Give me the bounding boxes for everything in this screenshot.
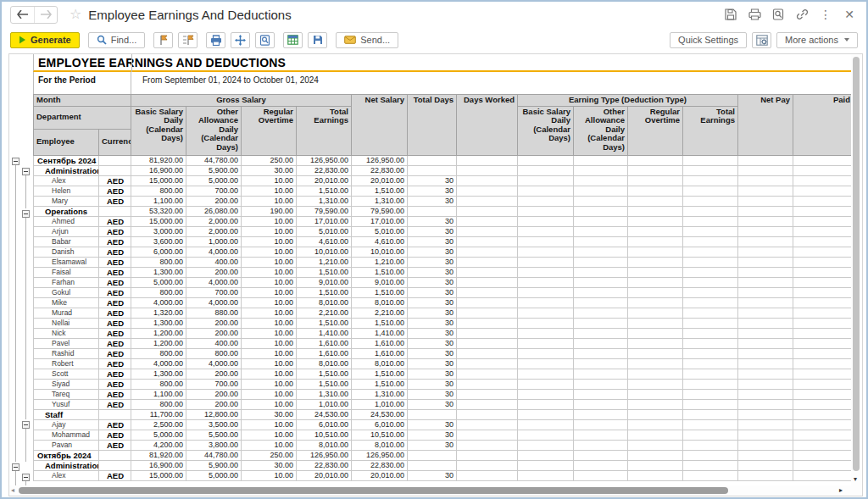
cell-value[interactable]: 16,900.00 <box>131 460 186 470</box>
print-preview-icon[interactable] <box>771 8 785 21</box>
cell-empty[interactable] <box>738 379 793 389</box>
cell-value[interactable]: 30 <box>408 175 457 186</box>
col-header-net-salary[interactable]: Net Salary <box>352 95 408 156</box>
cell-value[interactable]: 200.00 <box>186 399 242 409</box>
scroll-left-marker-icon[interactable]: ◂ <box>11 487 14 494</box>
cell-empty[interactable] <box>574 460 628 470</box>
cell-empty[interactable] <box>628 267 683 277</box>
cell-empty[interactable] <box>738 277 793 287</box>
cell-value[interactable]: 10.00 <box>242 287 297 297</box>
cell-name[interactable]: Nick <box>34 328 99 338</box>
col-header-sub-0[interactable]: Basic Salary Daily (Calendar Days) <box>131 106 186 155</box>
cell-empty[interactable] <box>518 287 574 297</box>
cell-name[interactable]: Siyad <box>34 379 99 389</box>
cell-value[interactable]: 1,100.00 <box>131 196 186 206</box>
cell-empty[interactable] <box>457 297 518 308</box>
cell-empty[interactable] <box>574 470 628 480</box>
cell-empty[interactable] <box>683 419 738 430</box>
cell-empty[interactable] <box>518 338 574 348</box>
cell-value[interactable]: 10.00 <box>242 186 297 196</box>
cell-value[interactable]: 1,510.00 <box>352 379 408 389</box>
cell-value[interactable]: 1,610.00 <box>352 338 408 348</box>
cell-empty[interactable] <box>574 409 628 419</box>
cell-value[interactable]: 5,000.00 <box>131 277 186 287</box>
cell-empty[interactable] <box>793 297 854 308</box>
cell-value[interactable]: 5,900.00 <box>186 460 242 470</box>
cell-name[interactable]: Yusuf <box>34 399 99 409</box>
cell-value[interactable]: 1,300.00 <box>131 318 186 328</box>
cell-value[interactable]: 30 <box>408 267 457 277</box>
cell-currency[interactable]: AED <box>99 379 131 389</box>
cell-empty[interactable] <box>793 460 854 470</box>
cell-empty[interactable] <box>738 450 793 460</box>
cell-empty[interactable] <box>683 409 738 419</box>
cell-value[interactable]: 10.00 <box>242 216 297 226</box>
cell-value[interactable]: 800.00 <box>186 348 242 358</box>
cell-name[interactable]: Administration <box>34 165 99 175</box>
cell-empty[interactable] <box>518 419 574 430</box>
cell-name[interactable]: Farhan <box>34 277 99 287</box>
cell-value[interactable]: 4,610.00 <box>352 236 408 247</box>
cell-value[interactable]: 9,010.00 <box>352 277 408 287</box>
cell-value[interactable]: 6,000.00 <box>131 247 186 257</box>
cell-value[interactable]: 17,010.00 <box>352 216 408 226</box>
cell-empty[interactable] <box>738 389 793 399</box>
cell-empty[interactable] <box>793 379 854 389</box>
cell-value[interactable]: 20,010.00 <box>297 470 352 480</box>
cell-empty[interactable] <box>518 358 574 369</box>
cell-name[interactable]: Helen <box>34 186 99 196</box>
cell-value[interactable]: 16,900.00 <box>131 165 186 175</box>
cell-value[interactable]: 30 <box>408 318 457 328</box>
cell-name[interactable]: Alex <box>34 470 99 480</box>
cell-name[interactable]: Faisal <box>34 267 99 277</box>
cell-value[interactable]: 30 <box>408 308 457 318</box>
cell-value[interactable]: 1,510.00 <box>297 318 352 328</box>
cell-empty[interactable] <box>574 186 628 196</box>
col-header-total-days[interactable]: Total Days <box>408 95 457 156</box>
cell-empty[interactable] <box>518 267 574 277</box>
cell-empty[interactable] <box>518 470 574 480</box>
cell-empty[interactable] <box>457 175 518 186</box>
cell-value[interactable]: 4,000.00 <box>186 277 242 287</box>
vertical-scrollbar-thumb[interactable] <box>853 57 860 471</box>
cell-empty[interactable] <box>574 257 628 267</box>
cell-value[interactable]: 30 <box>408 297 457 308</box>
cell-value[interactable]: 15,000.00 <box>131 470 186 480</box>
cell-value[interactable]: 30 <box>408 470 457 480</box>
cell-name[interactable]: Mohammad <box>34 430 99 440</box>
collapse-group-button[interactable] <box>22 168 30 175</box>
col-header-sub-3[interactable]: Total Earnings <box>297 106 352 155</box>
cell-name[interactable]: Arjun <box>34 226 99 236</box>
col-header-sub-1[interactable]: Other Allowance Daily (Calendar Days) <box>574 106 628 155</box>
cell-value[interactable]: 4,000.00 <box>131 297 186 308</box>
forward-button[interactable] <box>34 7 57 23</box>
cell-empty[interactable] <box>518 165 574 175</box>
cell-empty[interactable] <box>518 155 574 165</box>
cell-value[interactable] <box>408 165 457 175</box>
cell-value[interactable]: 1,610.00 <box>297 348 352 358</box>
cell-empty[interactable] <box>628 277 683 287</box>
cell-name[interactable]: Elsamawal <box>34 257 99 267</box>
cell-empty[interactable] <box>683 165 738 175</box>
cell-empty[interactable] <box>793 196 854 206</box>
cell-currency[interactable]: AED <box>99 257 131 267</box>
cell-value[interactable]: 30 <box>408 328 457 338</box>
cell-value[interactable]: 880.00 <box>186 308 242 318</box>
report-settings-button[interactable] <box>752 32 771 48</box>
quick-settings-button[interactable]: Quick Settings <box>670 32 747 48</box>
cell-empty[interactable] <box>738 328 793 338</box>
cell-empty[interactable] <box>738 216 793 226</box>
cell-currency[interactable]: AED <box>99 308 131 318</box>
cell-value[interactable]: 53,320.00 <box>131 206 186 216</box>
cell-currency[interactable]: AED <box>99 348 131 358</box>
cell-empty[interactable] <box>518 175 574 186</box>
more-menu-icon[interactable]: ⋮ <box>819 8 832 21</box>
cell-empty[interactable] <box>518 186 574 196</box>
cell-empty[interactable] <box>518 460 574 470</box>
cell-value[interactable]: 10.00 <box>242 226 297 236</box>
cell-value[interactable]: 200.00 <box>186 328 242 338</box>
cell-value[interactable]: 10.00 <box>242 470 297 480</box>
cell-empty[interactable] <box>628 216 683 226</box>
cell-value[interactable]: 10.00 <box>242 358 297 369</box>
cell-value[interactable]: 30 <box>408 338 457 348</box>
